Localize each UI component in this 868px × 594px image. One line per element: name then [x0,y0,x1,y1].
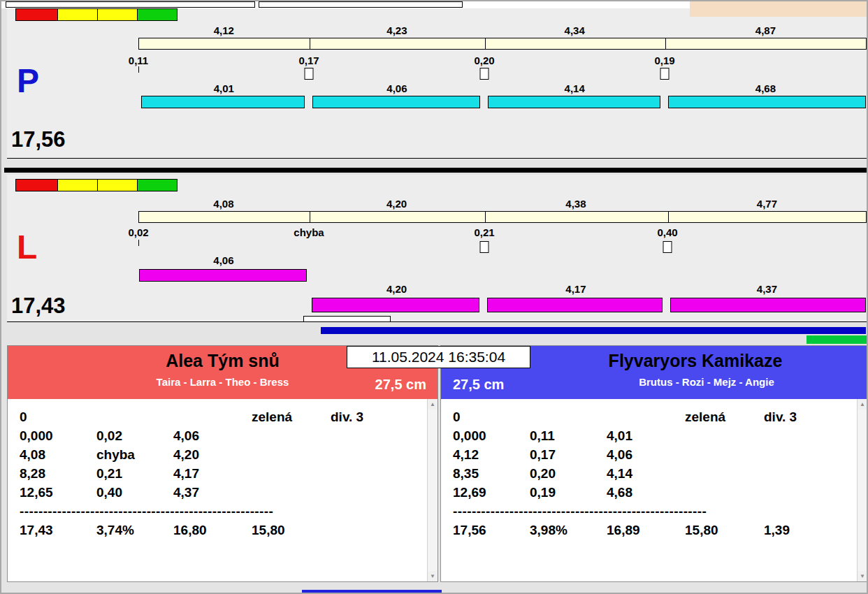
table-row: 0,000 0,11 4,01 [453,426,846,445]
run-time-bar [487,298,663,312]
result-cell: div. 3 [764,407,846,426]
reaction-time-label: 0,11 [129,55,148,66]
reaction-time-label: 0,02 [128,226,148,238]
split-time-axis [138,211,867,223]
result-cell [331,483,417,502]
result-cell [331,426,417,445]
result-cell [252,483,331,502]
result-cell [764,483,846,502]
scroll-up-icon[interactable]: ▲ [428,399,437,410]
result-cell: zelená [685,407,764,426]
status-block-red [15,179,58,191]
sensor-box [480,68,489,80]
timeline-bar [321,327,866,334]
results-panel: 0 zelená div. 3 0,000 0,02 4,06 4,08 chy… [8,399,437,581]
table-row: 4,12 0,17 4,06 [453,445,846,464]
result-cell: 8,35 [453,464,530,483]
scroll-down-icon[interactable]: ▼ [428,571,437,581]
result-cell: 4,01 [607,426,685,445]
table-row: 0,000 0,02 4,06 [20,426,417,445]
title-bar-fragment-center[interactable] [259,1,463,8]
result-cell: zelená [252,407,331,426]
run-time-label: 4,68 [665,82,867,95]
table-row: 12,65 0,40 4,37 [20,483,417,502]
reaction-time-label: 0,17 [298,55,319,66]
result-cell: 0,20 [530,464,607,483]
title-bar-fragment-left[interactable] [6,1,255,8]
jump-height: 27,5 cm [375,377,426,393]
sensor-box [480,241,489,253]
result-cell [173,407,252,426]
result-cell: 0,02 [96,426,173,445]
results-panel: 0 zelená div. 3 0,000 0,11 4,01 4,12 0,1… [441,399,867,581]
result-cell: 8,28 [20,464,96,483]
totals-row: 17,43 3,74% 16,80 15,80 [20,521,417,539]
scroll-up-icon[interactable]: ▲ [858,399,867,410]
split-tick [138,66,139,73]
axis-divider [310,212,310,222]
table-row: 8,35 0,20 4,14 [453,464,846,483]
lane-letter: L [17,231,37,264]
scroll-down-icon[interactable]: ▼ [858,571,867,581]
split-tick [138,240,139,246]
run-time-labels: 4,01 4,06 4,14 4,68 [138,82,867,95]
status-block-red [15,8,58,21]
lane-l-panel: 4,08 4,20 4,38 4,77 0,02 chyba 0,21 0,40… [7,175,867,322]
result-cell: 4,14 [607,464,685,483]
top-right-panel [690,1,868,17]
split-time-labels: 4,08 4,20 4,38 4,77 [138,198,867,210]
empty-indicator-box [303,316,391,322]
run-time-bars [138,298,867,312]
progress-strip [1,322,868,345]
result-cell: 17,43 [20,521,96,539]
result-cell: 3,98% [530,521,607,539]
run-time-label: 4,37 [667,283,867,296]
status-block-yellow-1 [58,8,98,21]
run-time-bars [138,96,867,108]
result-cell [685,426,764,445]
axis-divider [485,38,486,49]
result-cell: 17,56 [453,521,530,539]
result-cell: 1,39 [764,521,846,539]
split-time-labels: 4,12 4,23 4,34 4,87 [138,24,867,37]
table-separator: ----------------------------------------… [20,502,417,521]
split-time-label: 4,87 [665,24,867,37]
scrollbar[interactable]: ▲ ▼ [427,399,437,581]
split-time-axis [138,38,867,50]
lane-total-time: 17,56 [11,129,66,150]
run-time-bar [312,96,480,108]
run-time-bar [668,96,866,108]
lane-divider [4,168,867,173]
split-time-label: 4,38 [484,198,667,210]
team-members: Taira - Larra - Theo - Bress [8,376,437,388]
totals-row: 17,56 3,98% 16,89 15,80 1,39 [453,521,846,539]
status-block-yellow-2 [98,8,138,21]
result-cell: chyba [96,445,173,464]
result-cell: 0 [453,407,530,426]
results-table: 0 zelená div. 3 0,000 0,02 4,06 4,08 chy… [8,399,437,539]
result-cell: div. 3 [331,407,417,426]
status-block-yellow-1 [58,179,98,191]
result-cell [331,445,417,464]
status-blocks [15,179,178,191]
result-cell: 0,000 [453,426,530,445]
result-cell: 4,68 [607,483,685,502]
reaction-time-label: 0,40 [657,226,677,238]
result-cell [96,407,173,426]
jump-height: 27,5 cm [453,377,504,393]
lane-letter: P [17,64,39,98]
team-panel-right: Flyvaryors Kamikaze Brutus - Rozi - Mejz… [440,345,868,582]
scrollbar[interactable]: ▲ ▼ [857,399,867,581]
result-cell: 15,80 [252,521,331,539]
sensor-box [660,68,670,80]
sensor-box [305,68,314,80]
result-cell: 16,89 [607,521,685,539]
split-time-label: 4,77 [667,198,867,210]
result-cell: 0,000 [20,426,96,445]
lane-p-panel: 4,12 4,23 4,34 4,87 0,11 0,17 0,20 0,19 … [7,8,867,159]
split-time-label: 4,08 [138,198,309,210]
table-row: 12,69 0,19 4,68 [453,483,846,502]
results-table: 0 zelená div. 3 0,000 0,11 4,01 4,12 0,1… [441,399,867,539]
team-members: Brutus - Rozi - Mejz - Angie [441,376,867,388]
lane-total-time: 17,43 [11,295,66,317]
